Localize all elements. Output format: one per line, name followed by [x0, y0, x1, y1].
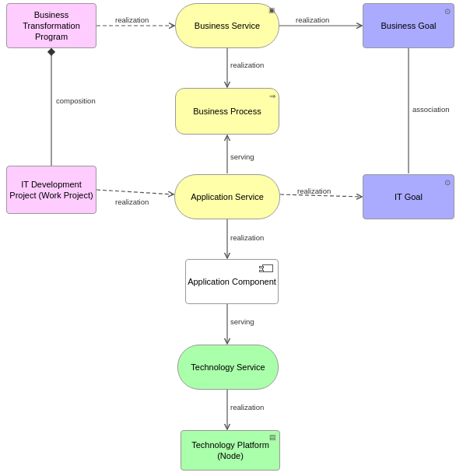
ts-node: Technology Service [177, 345, 279, 390]
btp-node: Business Transformation Program [6, 3, 96, 48]
realization-label-4: realization [297, 187, 331, 195]
association-label: association [412, 105, 450, 114]
bg-label: Business Goal [381, 20, 437, 31]
realization-label-3: realization [115, 198, 149, 206]
realization-label-6: realization [230, 403, 264, 411]
ac-node: Application Component [185, 259, 279, 304]
composition-label: composition [56, 96, 96, 105]
as-node: Application Service [174, 174, 280, 219]
bs-node: Business Service ▣ [175, 3, 279, 48]
bp-node: Business Process ⇒ [175, 88, 279, 135]
serving-label-2: serving [230, 317, 254, 326]
bs-label: Business Service [195, 20, 260, 31]
realization-label-bs-bp: realization [230, 61, 264, 69]
realization-label-5: realization [230, 233, 264, 242]
as-label: Application Service [191, 191, 264, 202]
bp-label: Business Process [193, 106, 261, 117]
btp-label: Business Transformation Program [7, 9, 96, 43]
itg-label: IT Goal [395, 191, 423, 202]
ts-label: Technology Service [191, 362, 265, 373]
itg-node: IT Goal ⊙ [363, 174, 454, 219]
itdp-node: IT Development Project (Work Project) [6, 166, 96, 214]
realization-label-2: realization [296, 16, 329, 24]
ac-label: Application Component [188, 276, 276, 287]
itdp-label: IT Development Project (Work Project) [7, 179, 96, 201]
bg-node: Business Goal ⊙ [363, 3, 454, 48]
tp-label: Technology Platform (Node) [181, 439, 279, 462]
svg-line-4 [96, 190, 174, 194]
serving-label-1: serving [230, 152, 254, 161]
tp-node: Technology Platform (Node) ▤ [181, 430, 280, 471]
realization-label-1: realization [115, 16, 149, 24]
